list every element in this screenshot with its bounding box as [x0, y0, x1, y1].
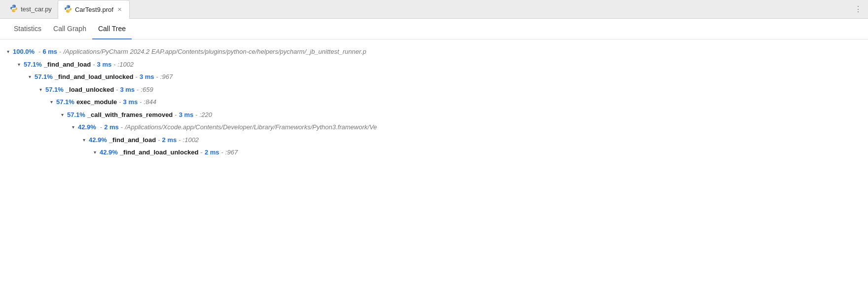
percentage: 42.9% — [78, 122, 96, 132]
subtab-bar: Statistics Call Graph Call Tree — [0, 19, 868, 39]
function-name: exec_module — [76, 97, 117, 107]
tab-bar: test_car.py — [0, 0, 868, 19]
source-location: /Applications/Xcode.app/Contents/Develop… — [125, 122, 377, 132]
svg-point-3 — [69, 11, 69, 11]
separator-dash: - — [136, 72, 138, 82]
percentage: 100.0% — [13, 47, 35, 57]
function-name: _find_and_load_unlocked — [120, 148, 199, 157]
tree-row[interactable]: ▾ 57.1% _find_and_load_unlocked - 3 ms -… — [0, 71, 868, 83]
svg-point-1 — [14, 10, 15, 11]
source-location: :220 — [200, 110, 212, 120]
source-location: :844 — [144, 97, 156, 107]
separator-dash2: - — [140, 97, 142, 107]
expand-chevron[interactable]: ▾ — [69, 123, 77, 131]
separator-dash2: - — [121, 122, 123, 132]
expand-chevron[interactable]: ▾ — [91, 149, 99, 156]
expand-chevron[interactable]: ▾ — [4, 48, 12, 56]
separator-dash: - — [175, 110, 177, 120]
function-name: _load_unlocked — [66, 85, 114, 95]
tree-row[interactable]: ▾ 100.0% - 6 ms - /Applications/PyCharm … — [0, 45, 868, 58]
expand-chevron[interactable]: ▾ — [58, 111, 66, 118]
timing-value: 3 ms — [140, 72, 154, 82]
source-location: :1002 — [183, 135, 199, 145]
percentage: 57.1% — [56, 97, 74, 107]
expand-chevron[interactable]: ▾ — [15, 60, 23, 68]
percentage: 57.1% — [24, 60, 42, 70]
function-name: _find_and_load — [44, 60, 91, 70]
expand-chevron[interactable]: ▾ — [26, 73, 34, 81]
expand-chevron[interactable]: ▾ — [80, 136, 88, 144]
separator-dash: - — [201, 148, 203, 157]
timing-value: 3 ms — [97, 60, 112, 70]
separator-dash2: - — [179, 135, 181, 145]
percentage: 42.9% — [100, 148, 118, 157]
timing-value: 3 ms — [120, 85, 135, 95]
separator-dash2: - — [221, 148, 223, 157]
tree-row[interactable]: ▾ 57.1% _load_unlocked - 3 ms - :659 — [0, 83, 868, 96]
subtab-calltree[interactable]: Call Tree — [92, 19, 132, 39]
percentage: 57.1% — [35, 72, 53, 82]
svg-point-0 — [13, 5, 13, 6]
separator-dash2: - — [195, 110, 197, 120]
separator-dash: - — [119, 97, 121, 107]
source-location: :1002 — [118, 60, 134, 70]
timing-value: 3 ms — [179, 110, 194, 120]
python-icon — [10, 4, 18, 14]
tree-row[interactable]: ▾ 42.9% _find_and_load_unlocked - 2 ms -… — [0, 146, 868, 159]
subtab-calltree-label: Call Tree — [98, 25, 126, 33]
separator-dash: - — [38, 47, 40, 57]
function-name: _find_and_load_unlocked — [55, 72, 134, 82]
prof-icon — [64, 5, 72, 14]
function-name: _find_and_load — [109, 135, 156, 145]
percentage: 57.1% — [45, 85, 64, 95]
tab-cartest9-label: CarTest9.prof — [75, 6, 113, 13]
separator-dash: - — [100, 122, 102, 132]
timing-value: 2 ms — [205, 148, 219, 157]
timing-value: 3 ms — [123, 97, 138, 107]
timing-value: 6 ms — [42, 47, 57, 57]
source-location: :659 — [141, 85, 153, 95]
separator-dash: - — [158, 135, 160, 145]
timing-value: 2 ms — [162, 135, 177, 145]
percentage: 42.9% — [89, 135, 107, 145]
source-location: :967 — [225, 148, 238, 157]
svg-point-2 — [67, 6, 68, 6]
tree-row[interactable]: ▾ 57.1% _find_and_load - 3 ms - :1002 — [0, 58, 868, 71]
tree-row[interactable]: ▾ 42.9% - 2 ms - /Applications/Xcode.app… — [0, 121, 868, 134]
tab-close-button[interactable]: ✕ — [116, 6, 123, 13]
subtab-statistics-label: Statistics — [14, 25, 41, 33]
expand-chevron[interactable]: ▾ — [36, 85, 44, 93]
separator-dash2: - — [113, 60, 115, 70]
subtab-statistics[interactable]: Statistics — [8, 19, 47, 39]
separator-dash2: - — [59, 47, 61, 57]
separator-dash: - — [93, 60, 95, 70]
source-location: :967 — [160, 72, 173, 82]
source-location: /Applications/PyCharm 2024.2 EAP.app/Con… — [63, 47, 366, 57]
separator-dash: - — [116, 85, 118, 95]
subtab-callgraph[interactable]: Call Graph — [47, 19, 92, 39]
tab-test-car[interactable]: test_car.py — [4, 0, 58, 19]
separator-dash2: - — [156, 72, 158, 82]
timing-value: 2 ms — [104, 122, 119, 132]
tab-bar-menu-button[interactable]: ⋮ — [852, 2, 864, 16]
tree-row[interactable]: ▾ 57.1% exec_module - 3 ms - :844 — [0, 96, 868, 109]
tree-row[interactable]: ▾ 42.9% _find_and_load - 2 ms - :1002 — [0, 134, 868, 147]
tab-cartest9[interactable]: CarTest9.prof ✕ — [58, 0, 130, 19]
call-tree-content: ▾ 100.0% - 6 ms - /Applications/PyCharm … — [0, 39, 868, 300]
subtab-callgraph-label: Call Graph — [53, 25, 86, 33]
function-name: _call_with_frames_removed — [87, 110, 173, 120]
separator-dash2: - — [137, 85, 139, 95]
percentage: 57.1% — [67, 110, 85, 120]
tree-row[interactable]: ▾ 57.1% _call_with_frames_removed - 3 ms… — [0, 109, 868, 121]
tab-test-car-label: test_car.py — [21, 5, 52, 13]
expand-chevron[interactable]: ▾ — [47, 98, 55, 106]
